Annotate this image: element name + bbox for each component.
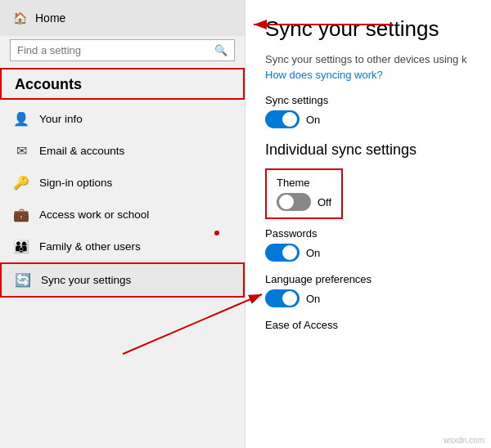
- theme-setting-box: Theme Off: [265, 168, 343, 219]
- passwords-row: Passwords On: [265, 227, 471, 262]
- home-icon: 🏠: [13, 11, 27, 25]
- watermark: wsxdn.com: [444, 436, 484, 445]
- main-content: Sync your settings Sync your settings to…: [246, 0, 491, 448]
- sidebar-item-family[interactable]: 👨‍👩‍👦 Family & other users: [0, 231, 245, 262]
- passwords-status: On: [306, 247, 320, 259]
- sync-label: Sync your settings: [41, 274, 131, 286]
- home-label: Home: [35, 11, 65, 25]
- family-label: Family & other users: [39, 240, 141, 253]
- theme-status: Off: [318, 196, 331, 208]
- search-icon: 🔍: [214, 44, 227, 56]
- access-work-label: Access work or school: [39, 208, 149, 221]
- home-nav-item[interactable]: 🏠 Home: [0, 0, 245, 36]
- sign-in-label: Sign-in options: [39, 177, 112, 189]
- briefcase-icon: 💼: [13, 207, 29, 222]
- sync-settings-row: Sync settings On: [265, 94, 471, 128]
- how-syncing-works-link[interactable]: How does syncing work?: [265, 69, 471, 81]
- sync-icon: 🔄: [15, 272, 31, 288]
- sync-settings-toggle[interactable]: [265, 110, 300, 128]
- language-toggle[interactable]: [265, 289, 300, 307]
- sidebar-item-your-info[interactable]: 👤 Your info: [0, 103, 245, 135]
- user-icon: 👤: [13, 111, 29, 127]
- theme-label: Theme: [277, 177, 331, 189]
- theme-toggle[interactable]: [277, 193, 311, 211]
- toggle-thumb: [282, 112, 297, 127]
- individual-sync-heading: Individual sync settings: [265, 141, 471, 159]
- sidebar-item-sync[interactable]: 🔄 Sync your settings: [0, 262, 245, 298]
- sync-settings-label: Sync settings: [265, 94, 471, 106]
- passwords-toggle[interactable]: [265, 244, 300, 262]
- sync-subtitle: Sync your settings to other devices usin…: [265, 53, 471, 65]
- page-title: Sync your settings: [265, 16, 471, 42]
- passwords-label: Passwords: [265, 227, 471, 240]
- sidebar: 🏠 Home 🔍 Accounts 👤 Your info ✉ Email & …: [0, 0, 246, 448]
- theme-toggle-thumb: [279, 195, 294, 209]
- email-accounts-label: Email & accounts: [39, 145, 124, 157]
- language-status: On: [306, 293, 320, 305]
- ease-row: Ease of Access: [265, 319, 471, 331]
- language-label: Language preferences: [265, 273, 471, 285]
- sidebar-item-email-accounts[interactable]: ✉ Email & accounts: [0, 135, 245, 167]
- ease-label: Ease of Access: [265, 319, 471, 331]
- language-toggle-thumb: [282, 291, 297, 306]
- sidebar-item-access-work[interactable]: 💼 Access work or school: [0, 199, 245, 231]
- accounts-section-label: Accounts: [2, 69, 243, 98]
- your-info-label: Your info: [39, 113, 83, 125]
- sidebar-item-sign-in[interactable]: 🔑 Sign-in options: [0, 167, 245, 199]
- key-icon: 🔑: [13, 175, 29, 190]
- search-input[interactable]: [17, 44, 209, 56]
- email-icon: ✉: [13, 143, 29, 159]
- sync-settings-status: On: [306, 114, 320, 126]
- family-icon: 👨‍👩‍👦: [13, 239, 29, 254]
- passwords-toggle-thumb: [282, 245, 297, 260]
- search-box[interactable]: 🔍: [10, 39, 235, 61]
- language-row: Language preferences On: [265, 273, 471, 307]
